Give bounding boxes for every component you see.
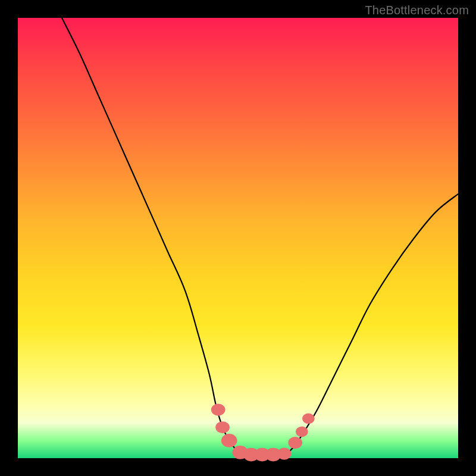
valley-beads-group: [211, 404, 315, 462]
chart-frame: TheBottleneck.com: [0, 0, 476, 476]
watermark-label: TheBottleneck.com: [365, 4, 469, 17]
valley-bead: [277, 448, 292, 460]
bottleneck-curve: [62, 18, 458, 456]
valley-bead: [211, 404, 226, 416]
curve-svg: [18, 18, 458, 458]
valley-bead: [302, 414, 315, 424]
plot-area: [18, 18, 458, 458]
valley-bead: [221, 434, 237, 447]
valley-bead: [215, 421, 230, 433]
valley-bead: [288, 437, 302, 449]
valley-bead: [296, 427, 308, 437]
